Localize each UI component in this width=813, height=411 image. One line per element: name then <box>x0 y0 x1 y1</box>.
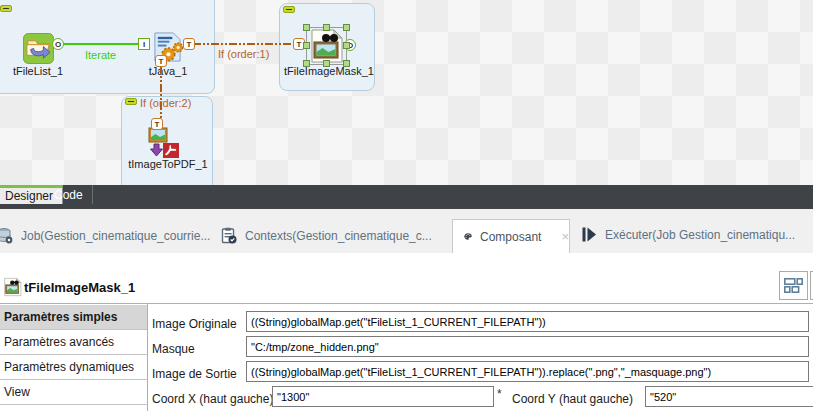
tab-code-label: Code <box>54 188 83 202</box>
tab-executer-label: Exécuter(Job Gestion_cinematiqu... <box>605 228 795 242</box>
coord-y-input[interactable] <box>645 386 813 407</box>
selection-handle[interactable] <box>323 60 330 67</box>
sidebar-item-parametres-avances[interactable]: Paramètres avancés <box>0 330 147 355</box>
view-tab-bar: Job(Gestion_cinematique_courrie... Conte… <box>0 209 813 253</box>
required-marker: * <box>497 387 502 401</box>
sidebar-item-label: Paramètres simples <box>4 310 117 324</box>
link-lines <box>0 0 813 185</box>
sidebar-item-parametres-simples[interactable]: Paramètres simples <box>0 305 147 330</box>
tab-executer[interactable]: Exécuter(Job Gestion_cinematiqu... <box>582 227 795 242</box>
layout-grid-icon <box>784 278 803 293</box>
run-icon <box>582 227 597 242</box>
connector-output[interactable]: O <box>52 38 64 50</box>
tfilelist-component-icon[interactable] <box>23 33 54 64</box>
selection-handle[interactable] <box>323 24 330 31</box>
contexts-icon <box>221 227 237 244</box>
masque-label: Masque <box>152 342 195 356</box>
tfileimagemask-component-icon[interactable] <box>309 29 344 63</box>
image-originale-label: Image Originale <box>152 317 237 331</box>
coord-x-label: Coord X (haut gauche) <box>152 392 273 406</box>
job-icon <box>0 227 13 244</box>
sidebar-divider <box>147 304 148 411</box>
coord-y-label: Coord Y (haut gauche) <box>512 392 633 406</box>
editor-mode-bar: Designer Code <box>0 185 813 209</box>
close-icon[interactable]: × <box>561 229 569 244</box>
tab-job-label: Job(Gestion_cinematique_courrie... <box>21 229 210 243</box>
connector-trigger[interactable]: T <box>155 55 167 67</box>
selection-handle[interactable] <box>303 60 310 67</box>
timagetopdf-component-icon[interactable] <box>148 126 181 159</box>
tab-code[interactable]: Code <box>45 185 93 204</box>
tab-composant[interactable]: Composant × <box>452 219 570 253</box>
sidebar-item-view[interactable]: View <box>0 380 147 405</box>
sidebar-item-label: View <box>4 385 30 399</box>
panel-title: tFileImageMask_1 <box>24 280 135 295</box>
connector-trigger[interactable]: T <box>151 118 163 130</box>
image-originale-input[interactable] <box>246 311 809 332</box>
sidebar-item-label: Paramètres avancés <box>4 335 114 349</box>
selection-handle[interactable] <box>343 60 350 67</box>
connector-trigger[interactable]: T <box>183 38 195 50</box>
selection-handle[interactable] <box>303 42 310 49</box>
component-palette-icon <box>464 229 472 244</box>
component-settings-panel: tFileImageMask_1 Paramètres simples Para… <box>0 253 813 411</box>
coord-x-input[interactable] <box>272 386 494 407</box>
talend-window: Iterate If (order:1) If (order:2) tFileL… <box>0 0 813 411</box>
layout-horizontal-button[interactable] <box>779 271 808 300</box>
tab-contexts-label: Contexts(Gestion_cinematique_c... <box>245 229 432 243</box>
tab-composant-label: Composant <box>480 230 541 244</box>
panel-divider <box>0 303 813 304</box>
image-de-sortie-label: Image de Sortie <box>152 367 237 381</box>
connector-input[interactable]: I <box>138 38 150 50</box>
tfileimagemask-title-icon <box>3 277 22 297</box>
tab-job[interactable]: Job(Gestion_cinematique_courrie... <box>0 227 210 244</box>
selection-handle[interactable] <box>343 24 350 31</box>
sidebar-item-parametres-dynamiques[interactable]: Paramètres dynamiques <box>0 355 147 380</box>
sidebar-item-label: Paramètres dynamiques <box>4 360 134 374</box>
masque-input[interactable] <box>246 336 809 357</box>
tab-contexts[interactable]: Contexts(Gestion_cinematique_c... <box>221 227 432 244</box>
selection-handle[interactable] <box>343 42 350 49</box>
selection-handle[interactable] <box>303 24 310 31</box>
image-de-sortie-input[interactable] <box>246 361 809 382</box>
job-design-canvas[interactable]: Iterate If (order:1) If (order:2) tFileL… <box>0 0 813 185</box>
